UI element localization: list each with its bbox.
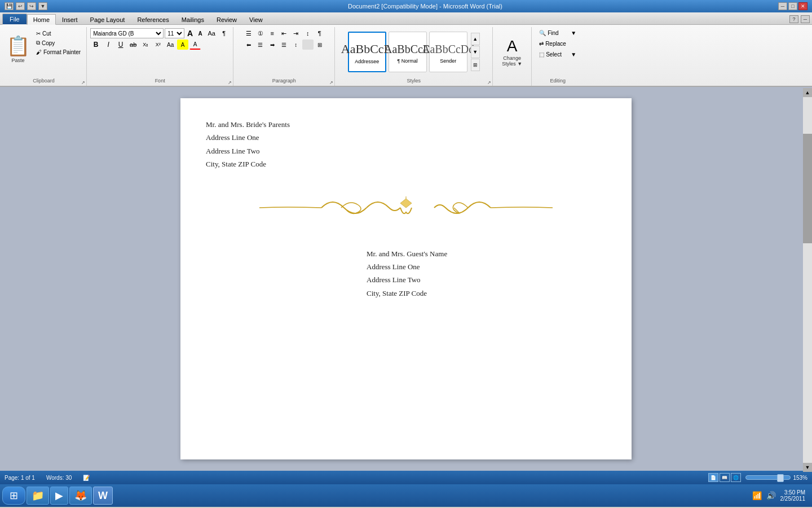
font-family-select[interactable]: Maiandra GD (B (90, 28, 164, 38)
scroll-thumb[interactable] (803, 134, 812, 243)
cut-icon: ✂ (36, 30, 41, 37)
start-button[interactable]: ⊞ (2, 487, 25, 505)
copy-button[interactable]: ⧉ Copy (34, 38, 83, 47)
format-painter-button[interactable]: 🖌 Format Painter (34, 48, 83, 56)
firefox-button[interactable]: 🦊 (69, 487, 92, 505)
volume-icon[interactable]: 🔊 (766, 491, 776, 500)
tab-references[interactable]: References (131, 14, 175, 24)
font-row-2: B I U ab X₂ X² Aa A A (90, 40, 230, 50)
show-formatting-button[interactable]: ¶ (218, 28, 230, 38)
styles-expand-icon[interactable]: ↗ (486, 79, 492, 86)
network-icon[interactable]: 📶 (752, 491, 762, 500)
borders-button[interactable]: ⊞ (314, 40, 325, 50)
line-spacing-button[interactable]: ↕ (290, 40, 302, 50)
styles-scroll-up-button[interactable]: ▲ (471, 33, 480, 45)
italic-button[interactable]: I (103, 40, 114, 50)
spell-check-icon[interactable]: 📝 (83, 475, 90, 481)
zoom-slider[interactable] (745, 475, 791, 480)
increase-indent-button[interactable]: ⇥ (290, 28, 302, 38)
align-left-button[interactable]: ⬅ (243, 40, 254, 50)
align-center-button[interactable]: ☰ (255, 40, 266, 50)
find-button[interactable]: 🔍 Find ▼ (535, 28, 580, 38)
strikethrough-button[interactable]: ab (127, 40, 139, 50)
highlight-color-button[interactable]: A (177, 40, 188, 50)
paragraph-expand-icon[interactable]: ↗ (328, 79, 334, 86)
underline-button[interactable]: U (115, 40, 126, 50)
justify-button[interactable]: ☰ (279, 40, 290, 50)
scroll-down-button[interactable]: ▼ (803, 463, 812, 471)
font-size-select[interactable]: 11 (165, 28, 184, 38)
tab-home[interactable]: Home (27, 14, 56, 25)
word-icon: W (98, 490, 108, 502)
font-color-button[interactable]: A (189, 40, 201, 50)
view-mode-buttons: 📄 📖 🌐 (708, 473, 741, 482)
return-address[interactable]: Mr. and Mrs. Bride's Parents Address Lin… (197, 110, 615, 179)
shading-button[interactable] (302, 40, 314, 50)
quick-undo-icon[interactable]: ↩ (16, 2, 25, 10)
tab-page-layout[interactable]: Page Layout (84, 14, 131, 24)
customize-qat-icon[interactable]: ▼ (38, 2, 47, 10)
replace-button[interactable]: ⇄ Replace (535, 39, 580, 49)
font-shrink-button[interactable]: A (196, 29, 205, 38)
format-painter-icon: 🖌 (36, 49, 42, 55)
maximize-button[interactable]: □ (788, 2, 797, 10)
vertical-scrollbar[interactable]: ▲ ▼ (803, 88, 812, 471)
explorer-button[interactable]: 📁 (27, 487, 49, 505)
editing-group-label: Editing (532, 78, 584, 84)
print-layout-button[interactable]: 📄 (708, 473, 718, 482)
bold-button[interactable]: B (90, 40, 102, 50)
tab-insert[interactable]: Insert (56, 14, 84, 24)
subscript-button[interactable]: X₂ (140, 40, 151, 50)
change-styles-button[interactable]: A ChangeStyles ▼ (496, 36, 528, 68)
zoom-area: 153% (745, 475, 807, 481)
zoom-level: 153% (793, 475, 807, 481)
ribbon-minimize-icon[interactable]: ─ (801, 15, 810, 23)
sender-style-box[interactable]: AaBbCcDd Sender (429, 32, 467, 72)
numbering-button[interactable]: ① (255, 28, 266, 38)
select-button[interactable]: ⬚ Select ▼ (535, 50, 580, 59)
document-page: Mr. and Mrs. Bride's Parents Address Lin… (180, 98, 632, 459)
tab-mailings[interactable]: Mailings (175, 14, 210, 24)
sort-button[interactable]: ↕ (302, 28, 314, 38)
font-expand-icon[interactable]: ↗ (226, 79, 233, 86)
web-layout-button[interactable]: 🌐 (731, 473, 741, 482)
minimize-button[interactable]: ─ (778, 2, 787, 10)
close-button[interactable]: ✕ (798, 2, 807, 10)
replace-label: Replace (545, 41, 566, 47)
full-reading-button[interactable]: 📖 (720, 473, 730, 482)
clear-format-button[interactable]: Aa (206, 28, 217, 38)
media-player-button[interactable]: ▶ (50, 487, 68, 505)
change-case-button[interactable]: Aa (165, 40, 176, 50)
multilevel-list-button[interactable]: ≡ (267, 28, 278, 38)
styles-expand-button[interactable]: ⊞ (471, 59, 480, 71)
bullets-button[interactable]: ☰ (243, 28, 254, 38)
change-styles-group: A ChangeStyles ▼ (493, 27, 532, 86)
quick-save-icon[interactable]: 💾 (5, 2, 14, 10)
scroll-up-button[interactable]: ▲ (803, 88, 812, 97)
styles-scroll-buttons: ▲ ▼ ⊞ (471, 33, 480, 71)
align-right-button[interactable]: ➡ (267, 40, 278, 50)
ribbon-help-icon[interactable]: ? (789, 15, 798, 23)
guest-address[interactable]: Mr. and Mrs. Guest's Name Address Line O… (197, 239, 615, 309)
superscript-button[interactable]: X² (152, 40, 164, 50)
firefox-icon: 🦊 (74, 489, 87, 502)
zoom-thumb[interactable] (777, 474, 784, 482)
paragraph-group-content: ☰ ① ≡ ⇤ ⇥ ↕ ¶ ⬅ ☰ ➡ ☰ ↕ ⊞ (243, 28, 325, 59)
tab-review[interactable]: Review (210, 14, 243, 24)
select-label: Select (546, 51, 562, 58)
styles-scroll-down-button[interactable]: ▼ (471, 46, 480, 58)
tab-view[interactable]: View (243, 14, 269, 24)
tab-file[interactable]: File (2, 14, 27, 25)
font-grow-button[interactable]: A (186, 29, 195, 38)
clipboard-expand-icon[interactable]: ↗ (80, 79, 86, 86)
cut-button[interactable]: ✂ Cut (34, 29, 83, 38)
addressee-style-box[interactable]: AaBbCcD Addressee (348, 32, 386, 72)
clock[interactable]: 3:50 PM 2/25/2011 (780, 489, 806, 502)
styles-group-content: AaBbCcD Addressee AaBbCcD ¶ Normal AaBbC… (348, 28, 480, 85)
show-para-button[interactable]: ¶ (314, 28, 325, 38)
word-button[interactable]: W (93, 487, 113, 505)
paste-button[interactable]: 📋 Paste (5, 28, 32, 69)
font-group-content: Maiandra GD (B 11 A A Aa ¶ B I U ab X₂ X… (90, 28, 230, 59)
quick-redo-icon[interactable]: ↪ (27, 2, 36, 10)
decrease-indent-button[interactable]: ⇤ (279, 28, 290, 38)
